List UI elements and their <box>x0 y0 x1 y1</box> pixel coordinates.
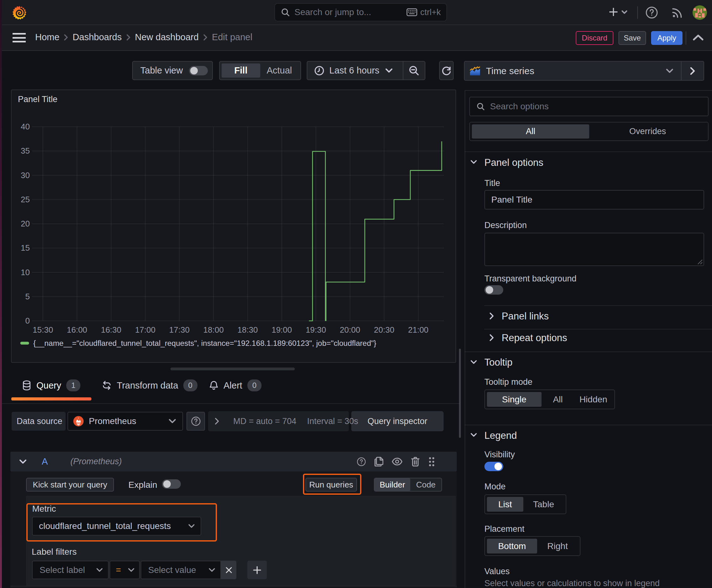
svg-text:{__name__="cloudflared_tunnel_: {__name__="cloudflared_tunnel_total_requ… <box>33 339 376 348</box>
svg-text:18:30: 18:30 <box>237 325 258 335</box>
svg-text:10: 10 <box>21 268 30 277</box>
svg-text:15: 15 <box>21 243 30 253</box>
svg-text:19:00: 19:00 <box>272 325 292 335</box>
svg-text:17:30: 17:30 <box>169 325 190 335</box>
svg-text:25: 25 <box>21 195 30 204</box>
svg-text:0: 0 <box>25 316 30 326</box>
svg-text:30: 30 <box>21 171 30 180</box>
svg-text:5: 5 <box>25 292 30 301</box>
svg-text:20: 20 <box>21 219 30 228</box>
svg-text:35: 35 <box>21 146 30 155</box>
svg-text:20:00: 20:00 <box>340 325 360 335</box>
svg-text:16:30: 16:30 <box>101 325 121 335</box>
svg-text:15:30: 15:30 <box>33 325 53 335</box>
svg-text:19:30: 19:30 <box>306 325 326 335</box>
svg-text:40: 40 <box>21 122 30 131</box>
svg-text:20:30: 20:30 <box>374 325 394 335</box>
svg-text:16:00: 16:00 <box>67 325 87 335</box>
svg-text:18:00: 18:00 <box>203 325 224 335</box>
svg-text:17:00: 17:00 <box>135 325 155 335</box>
svg-text:21:00: 21:00 <box>408 325 429 335</box>
